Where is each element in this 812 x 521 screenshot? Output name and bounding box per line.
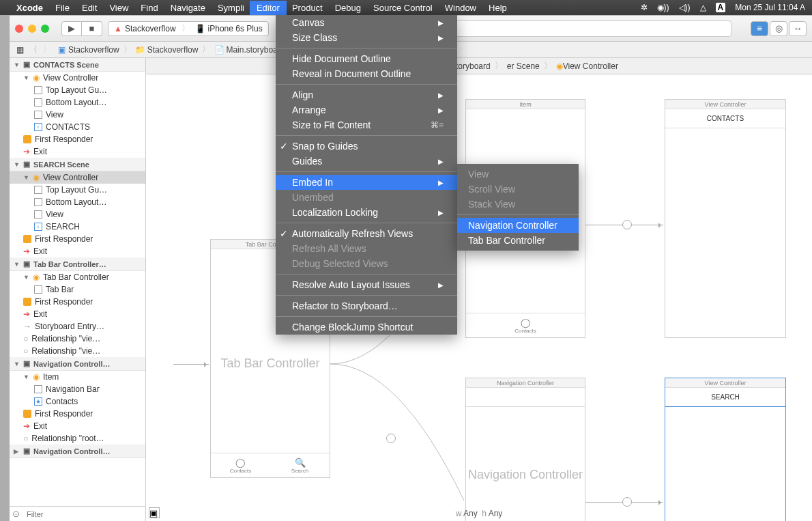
embed-navigation-controller[interactable]: Navigation Controller (457, 218, 579, 233)
menu-refactor[interactable]: Refactor to Storyboard… (276, 298, 457, 313)
outline-item[interactable]: ‹CONTACTS (10, 121, 145, 133)
scene-vc-contacts[interactable]: View Controller CONTACTS (665, 99, 786, 338)
menu-help[interactable]: Help (489, 3, 507, 13)
menu-localization[interactable]: Localization Locking▶ (276, 205, 457, 220)
version-editor[interactable]: ↔ (789, 21, 807, 36)
run-button[interactable]: ▶ (61, 21, 82, 36)
scene-tabbar-header[interactable]: ▼▣Tab Bar Controller… (10, 257, 145, 271)
tab-contacts: ◯Contacts (211, 453, 270, 477)
embed-in-submenu: View Scroll View Stack View Navigation C… (457, 164, 579, 251)
segue-dot[interactable] (622, 497, 632, 507)
first-responder[interactable]: First Responder (10, 133, 145, 145)
exit[interactable]: ➔Exit (10, 145, 145, 158)
menu-product[interactable]: Product (292, 3, 323, 13)
input-icon[interactable]: A (716, 3, 726, 12)
dock-sliver (0, 15, 10, 521)
outline-item[interactable]: View (10, 208, 145, 221)
jb-vc[interactable]: ◉View Controller (553, 61, 621, 71)
outline-item[interactable]: Bottom Layout… (10, 96, 145, 109)
relationship-segue[interactable]: ○Relationship "vie… (10, 345, 145, 357)
outline-item[interactable]: Navigation Bar (10, 383, 145, 395)
segue-dot[interactable] (386, 434, 396, 443)
menu-view[interactable]: View (109, 3, 128, 13)
embed-tabbar-controller[interactable]: Tab Bar Controller (457, 233, 579, 248)
menu-align[interactable]: Align▶ (276, 87, 457, 102)
jb-file[interactable]: 📄Main.storyboa (212, 45, 280, 55)
menu-sizefit[interactable]: Size to Fit Content⌘= (276, 117, 457, 132)
menu-reveal-outline[interactable]: Reveal in Document Outline (276, 66, 457, 81)
stop-button[interactable]: ■ (82, 21, 102, 36)
close-window[interactable] (15, 25, 23, 33)
first-responder[interactable]: First Responder (10, 408, 145, 420)
relationship-segue[interactable]: ○Relationship "root… (10, 432, 145, 445)
exit[interactable]: ➔Exit (10, 308, 145, 320)
vc-search[interactable]: ▼◉View Controller (10, 171, 145, 184)
nav-item[interactable]: ▼◉Item (10, 371, 145, 383)
menu-autorefresh[interactable]: ✓Automatically Refresh Views (276, 226, 457, 241)
clock[interactable]: Mon 25 Jul 11:04 A (735, 3, 805, 12)
outline-item[interactable]: ★Contacts (10, 395, 145, 408)
tab-contacts: ◯Contacts (466, 313, 585, 337)
menu-guides[interactable]: Guides▶ (276, 154, 457, 169)
menu-resolve[interactable]: Resolve Auto Layout Issues▶ (276, 277, 457, 292)
status-icon[interactable]: ✲ (641, 3, 648, 12)
menu-navigate[interactable]: Navigate (171, 3, 205, 13)
menu-file[interactable]: File (55, 3, 70, 13)
wifi-icon[interactable]: ◉)) (657, 3, 669, 12)
scene-nav1-header[interactable]: ▼▣Navigation Controll… (10, 357, 145, 371)
segue-dot[interactable] (622, 220, 632, 229)
notif-icon[interactable]: △ (700, 3, 706, 12)
filter-input[interactable] (23, 509, 145, 520)
assistant-editor[interactable]: ◎ (770, 21, 787, 36)
relationship-segue[interactable]: ○Relationship "vie… (10, 333, 145, 345)
storyboard-entry[interactable]: →Storyboard Entry… (10, 320, 145, 333)
menu-sourcecontrol[interactable]: Source Control (373, 3, 433, 13)
menu-sympli[interactable]: Sympli (218, 3, 244, 13)
scene-navcon[interactable]: Navigation Controller Navigation Control… (465, 378, 585, 521)
menu-snap[interactable]: ✓Snap to Guides (276, 139, 457, 154)
menu-blockjump[interactable]: Change BlockJump Shortcut (276, 320, 457, 335)
jb-fwd[interactable]: 〉 (40, 44, 54, 55)
outline-item[interactable]: Tab Bar (10, 283, 145, 296)
zoom-window[interactable] (41, 25, 49, 33)
scene-nav2-header[interactable]: ▶▣Navigation Controll… (10, 445, 145, 458)
jb-back[interactable]: 〈 (27, 44, 40, 55)
entry-arrow (173, 364, 209, 365)
jb-scene[interactable]: er Scene (504, 61, 542, 71)
menu-debug[interactable]: Debug (335, 3, 361, 13)
outline-item[interactable]: Bottom Layout… (10, 196, 145, 208)
vc-contacts[interactable]: ▼◉View Controller (10, 72, 145, 84)
minimize-window[interactable] (28, 25, 36, 33)
outline-item[interactable]: View (10, 109, 145, 121)
menu-editor[interactable]: Editor (250, 1, 287, 15)
tabbar-controller[interactable]: ▼◉Tab Bar Controller (10, 271, 145, 283)
menu-find[interactable]: Find (141, 3, 158, 13)
volume-icon[interactable]: ◁)) (679, 3, 691, 12)
first-responder[interactable]: First Responder (10, 296, 145, 308)
jb-project[interactable]: ▣Stackoverflow (54, 45, 122, 55)
menu-sizeclass[interactable]: Size Class▶ (276, 30, 457, 45)
jb-grid-icon[interactable]: ▦ (14, 45, 27, 55)
scheme-selector[interactable]: ▲Stackoverflow 〉 📱iPhone 6s Plus (108, 21, 269, 36)
outline-item[interactable]: ‹SEARCH (10, 221, 145, 233)
scene-vc-search[interactable]: View Controller SEARCH (665, 378, 786, 521)
jb-storyboard[interactable]: toryboard (453, 61, 493, 71)
menu-embed-in[interactable]: Embed In▶ (276, 175, 457, 190)
menu-arrange[interactable]: Arrange▶ (276, 102, 457, 117)
exit[interactable]: ➔Exit (10, 420, 145, 432)
standard-editor[interactable]: ≡ (751, 21, 768, 36)
toggle-outline-button[interactable]: ▣ (149, 507, 160, 518)
menu-canvas[interactable]: Canvas▶ (276, 15, 457, 30)
menu-edit[interactable]: Edit (82, 3, 97, 13)
scene-search-header[interactable]: ▼▣SEARCH Scene (10, 158, 145, 171)
jb-folder[interactable]: 📁Stackoverflow (133, 45, 201, 55)
first-responder[interactable]: First Responder (10, 233, 145, 245)
storyboard-canvas[interactable]: toryboard〉 er Scene〉 ◉View Controller Ta… (146, 58, 812, 521)
outline-item[interactable]: Top Layout Gu… (10, 84, 145, 96)
exit[interactable]: ➔Exit (10, 245, 145, 257)
outline-item[interactable]: Top Layout Gu… (10, 184, 145, 196)
menu-window[interactable]: Window (445, 3, 476, 13)
menu-app[interactable]: Xcode (16, 3, 43, 13)
scene-contacts-header[interactable]: ▼▣CONTACTS Scene (10, 58, 145, 72)
sizeclass-indicator[interactable]: w Any h Any (456, 509, 503, 518)
